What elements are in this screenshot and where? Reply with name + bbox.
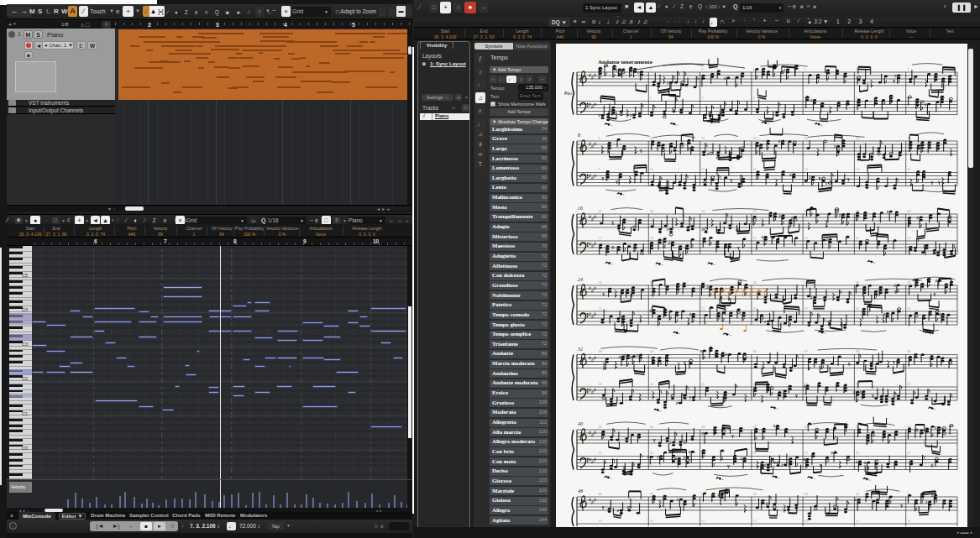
svg-text:♯: ♯ [689, 450, 691, 454]
svg-text:3: 3 [701, 97, 703, 100]
svg-text:33: 33 [599, 383, 602, 386]
svg-text:γ: γ [611, 220, 614, 225]
svg-text:♯: ♯ [883, 312, 886, 316]
svg-text:1: 1 [599, 97, 600, 100]
svg-text:31: 31 [907, 307, 910, 311]
svg-text:39: 39 [907, 383, 910, 386]
svg-text:44: 44 [752, 452, 756, 455]
svg-text:2: 2 [650, 68, 652, 71]
svg-text:17: 17 [599, 210, 602, 213]
svg-text:37: 37 [804, 350, 808, 353]
svg-text:♯: ♯ [778, 139, 781, 144]
svg-text:γ: γ [818, 175, 821, 180]
svg-text:γ: γ [794, 393, 798, 398]
svg-text:γ: γ [601, 504, 605, 509]
svg-text:38: 38 [856, 383, 859, 386]
svg-text:♯: ♯ [676, 401, 679, 405]
svg-text:25: 25 [599, 307, 602, 311]
svg-text:8: 8 [578, 133, 580, 138]
svg-text:♯: ♯ [657, 455, 659, 459]
svg-text:♯: ♯ [677, 498, 679, 502]
svg-text:γ: γ [930, 462, 934, 467]
svg-text:41: 41 [599, 426, 602, 429]
svg-text:γ: γ [933, 291, 936, 296]
svg-text:54: 54 [856, 493, 859, 496]
svg-text:18: 18 [650, 210, 653, 213]
svg-text:30: 30 [856, 281, 859, 285]
svg-text:4: 4 [752, 68, 754, 71]
svg-text:4: 4 [752, 97, 754, 100]
svg-text:13: 13 [804, 137, 808, 140]
svg-text:γ: γ [639, 148, 642, 153]
svg-text:♯: ♯ [667, 81, 669, 85]
svg-text:γ: γ [601, 175, 605, 180]
svg-text:♯: ♯ [675, 457, 678, 461]
svg-text:♯: ♯ [594, 72, 596, 77]
svg-text:44: 44 [752, 426, 756, 429]
svg-text:20: 20 [752, 237, 756, 240]
svg-text:♯: ♯ [701, 227, 704, 232]
svg-text:♯: ♯ [669, 441, 672, 445]
svg-text:40: 40 [578, 421, 583, 426]
svg-text:10: 10 [650, 137, 653, 140]
svg-text:γ: γ [899, 503, 903, 508]
svg-text:28: 28 [752, 307, 756, 311]
svg-text:♯: ♯ [935, 426, 937, 430]
svg-text:18: 18 [650, 237, 653, 240]
svg-text:15: 15 [907, 137, 910, 140]
svg-text:35: 35 [701, 383, 705, 386]
svg-text:γ: γ [871, 393, 874, 398]
svg-text:54: 54 [856, 520, 859, 523]
svg-text:Pno: Pno [564, 91, 572, 96]
svg-text:30: 30 [856, 307, 859, 311]
svg-text:♯: ♯ [781, 463, 783, 467]
svg-text:16: 16 [578, 206, 583, 211]
svg-text:♯: ♯ [702, 431, 705, 436]
svg-text:43: 43 [701, 426, 705, 429]
svg-text:11: 11 [701, 137, 705, 140]
svg-text:52: 52 [752, 520, 756, 523]
svg-text:γ: γ [937, 180, 941, 185]
svg-text:♯: ♯ [689, 395, 692, 400]
svg-text:♯: ♯ [834, 144, 836, 149]
svg-text:γ: γ [652, 437, 656, 442]
svg-text:♯: ♯ [619, 355, 621, 359]
svg-text:♯: ♯ [773, 424, 776, 428]
svg-text:33: 33 [599, 350, 602, 353]
svg-text:♯: ♯ [637, 353, 639, 358]
svg-text:♯: ♯ [594, 387, 596, 392]
svg-text:45: 45 [804, 452, 808, 455]
svg-text:♯: ♯ [764, 320, 767, 324]
svg-text:23: 23 [907, 237, 910, 240]
svg-text:♯: ♯ [617, 509, 620, 513]
svg-text:17: 17 [599, 237, 602, 240]
svg-text:γ: γ [726, 463, 730, 468]
svg-text:46: 46 [856, 452, 859, 455]
svg-text:♯: ♯ [594, 457, 596, 462]
svg-text:♯: ♯ [764, 463, 767, 467]
svg-text:♯: ♯ [630, 113, 632, 118]
svg-text:19: 19 [701, 210, 705, 213]
svg-text:50: 50 [650, 520, 653, 523]
svg-text:♯: ♯ [594, 497, 596, 502]
svg-text:γ: γ [846, 176, 850, 181]
svg-text:52: 52 [752, 493, 756, 496]
svg-text:14: 14 [856, 137, 859, 140]
svg-text:♯: ♯ [783, 68, 786, 72]
svg-text:7: 7 [907, 68, 909, 71]
svg-text:♯: ♯ [594, 141, 596, 146]
svg-text:55: 55 [907, 520, 910, 523]
svg-text:2: 2 [650, 97, 652, 100]
svg-text:27: 27 [701, 307, 705, 311]
svg-text:11: 11 [701, 168, 705, 171]
svg-text:34: 34 [650, 383, 653, 386]
svg-text:28: 28 [752, 281, 756, 285]
svg-text:42: 42 [650, 426, 653, 429]
svg-text:41: 41 [599, 452, 602, 455]
svg-text:25: 25 [599, 281, 602, 285]
svg-text:♯: ♯ [616, 68, 618, 72]
svg-text:♯: ♯ [887, 210, 889, 214]
svg-text:14: 14 [856, 168, 859, 171]
svg-text:6: 6 [856, 97, 857, 100]
svg-text:♯: ♯ [935, 279, 937, 283]
